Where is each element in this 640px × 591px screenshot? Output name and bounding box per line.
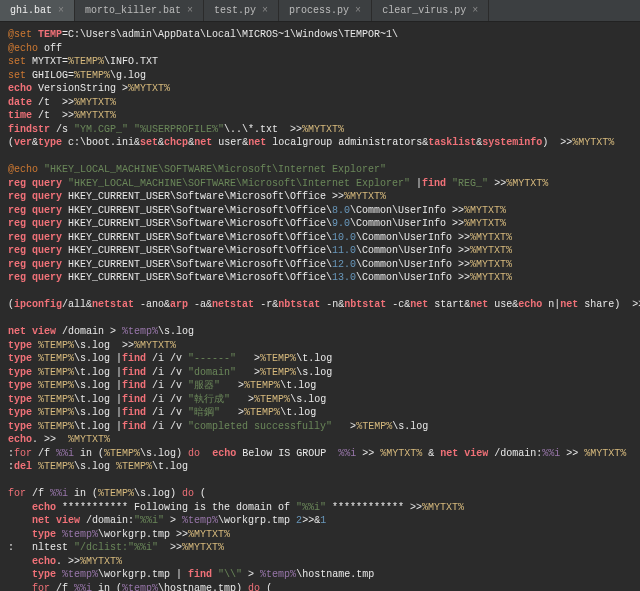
code-editor[interactable]: @set TEMP=C:\Users\admin\AppData\Local\M…	[0, 22, 640, 591]
code-line: type %TEMP%\s.log |find /i /v "------" >…	[8, 352, 632, 366]
code-line: findstr /s "YM.CGP_" "%USERPROFILE%"\..\…	[8, 123, 632, 137]
tab-label: ghi.bat	[10, 4, 52, 18]
close-icon[interactable]: ×	[355, 4, 361, 18]
code-line: time /t >>%MYTXT%	[8, 109, 632, 123]
tab-ghi-bat[interactable]: ghi.bat ×	[0, 0, 75, 21]
code-line: reg query HKEY_CURRENT_USER\Software\Mic…	[8, 244, 632, 258]
code-line: date /t >>%MYTXT%	[8, 96, 632, 110]
tab-clear-virus-py[interactable]: clear_virus.py ×	[372, 0, 489, 21]
code-line: reg query HKEY_CURRENT_USER\Software\Mic…	[8, 258, 632, 272]
code-line	[8, 150, 632, 164]
code-line: reg query HKEY_CURRENT_USER\Software\Mic…	[8, 271, 632, 285]
code-line: net view /domain > %temp%\s.log	[8, 325, 632, 339]
tab-morto-killer[interactable]: morto_killer.bat ×	[75, 0, 204, 21]
code-line: type %TEMP%\t.log |find /i /v "completed…	[8, 420, 632, 434]
code-line: :del %TEMP%\s.log %TEMP%\t.log	[8, 460, 632, 474]
tab-label: clear_virus.py	[382, 4, 466, 18]
code-line: set GHILOG=%TEMP%\g.log	[8, 69, 632, 83]
code-line	[8, 474, 632, 488]
code-line: echo *********** Following is the domain…	[8, 501, 632, 515]
close-icon[interactable]: ×	[187, 4, 193, 18]
code-line: (ver&type c:\boot.ini&set&chcp&net user&…	[8, 136, 632, 150]
code-line: echo. >> %MYTXT%	[8, 433, 632, 447]
code-line: for /f %%i in (%temp%\hostname.tmp) do (	[8, 582, 632, 592]
tab-process-py[interactable]: process.py ×	[279, 0, 372, 21]
code-line: type %temp%\workgrp.tmp >>%MYTXT%	[8, 528, 632, 542]
code-line: type %TEMP%\s.log |find /i /v "服器" >%TEM…	[8, 379, 632, 393]
close-icon[interactable]: ×	[262, 4, 268, 18]
code-line: for /f %%i in (%TEMP%\s.log) do (	[8, 487, 632, 501]
code-line: reg query "HKEY_LOCAL_MACHINE\SOFTWARE\M…	[8, 177, 632, 191]
tab-label: test.py	[214, 4, 256, 18]
close-icon[interactable]: ×	[58, 4, 64, 18]
close-icon[interactable]: ×	[472, 4, 478, 18]
code-line	[8, 285, 632, 299]
code-line: set MYTXT=%TEMP%\INFO.TXT	[8, 55, 632, 69]
code-line: reg query HKEY_CURRENT_USER\Software\Mic…	[8, 217, 632, 231]
code-line: type %temp%\workgrp.tmp | find "\\" > %t…	[8, 568, 632, 582]
code-line: echo. >>%MYTXT%	[8, 555, 632, 569]
code-line: reg query HKEY_CURRENT_USER\Software\Mic…	[8, 190, 632, 204]
code-line: reg query HKEY_CURRENT_USER\Software\Mic…	[8, 204, 632, 218]
code-line: reg query HKEY_CURRENT_USER\Software\Mic…	[8, 231, 632, 245]
tab-label: process.py	[289, 4, 349, 18]
code-line: (ipconfig/all&netstat -ano&arp -a&netsta…	[8, 298, 632, 312]
code-line: :for /f %%i in (%TEMP%\s.log) do echo Be…	[8, 447, 632, 461]
code-line	[8, 312, 632, 326]
code-line: type %TEMP%\t.log |find /i /v "domain" >…	[8, 366, 632, 380]
code-line: @set TEMP=C:\Users\admin\AppData\Local\M…	[8, 28, 632, 42]
tab-label: morto_killer.bat	[85, 4, 181, 18]
code-line: net view /domain:"%%i" > %temp%\workgrp.…	[8, 514, 632, 528]
tab-bar: ghi.bat × morto_killer.bat × test.py × p…	[0, 0, 640, 22]
code-line: : nltest "/dclist:"%%i" >>%MYTXT%	[8, 541, 632, 555]
code-line: echo VersionString >%MYTXT%	[8, 82, 632, 96]
code-line: type %TEMP%\s.log |find /i /v "暗鋼" >%TEM…	[8, 406, 632, 420]
code-line: @echo "HKEY_LOCAL_MACHINE\SOFTWARE\Micro…	[8, 163, 632, 177]
code-line: @echo off	[8, 42, 632, 56]
code-line: type %TEMP%\s.log >>%MYTXT%	[8, 339, 632, 353]
tab-test-py[interactable]: test.py ×	[204, 0, 279, 21]
code-line: type %TEMP%\t.log |find /i /v "執行成" >%TE…	[8, 393, 632, 407]
